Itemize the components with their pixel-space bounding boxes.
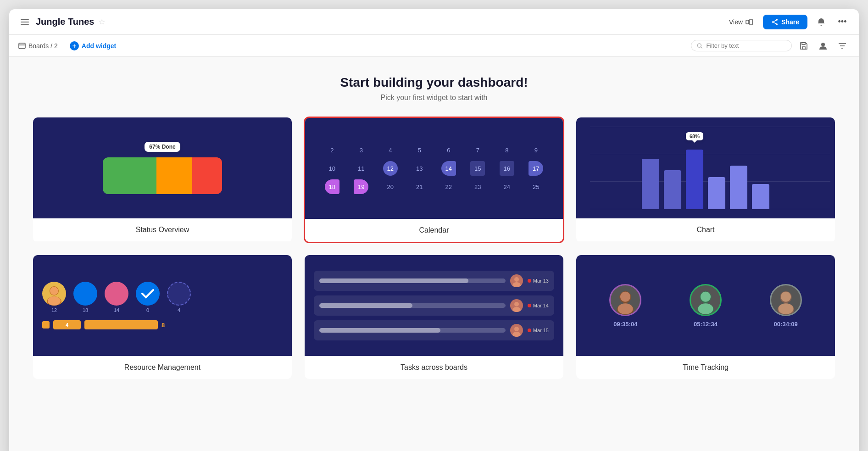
time-avatar-2: [690, 284, 722, 316]
cal-row-2: 10 11 12 13 14 15 16 17: [319, 161, 549, 176]
svg-point-16: [821, 43, 825, 46]
resource-bar-label: [42, 321, 50, 329]
task-bar-1: [319, 278, 506, 283]
svg-point-37: [698, 303, 713, 314]
calendar-inner: 2 3 4 5 6 7 8 9 10 11: [305, 134, 563, 203]
cal-cell-23: 23: [470, 179, 485, 194]
filter-icon[interactable]: [835, 39, 850, 53]
svg-rect-0: [21, 19, 29, 20]
cal-cell-20: 20: [383, 179, 398, 194]
widget-card-status-overview[interactable]: 67% Done Status Overview: [32, 117, 293, 243]
resource-avatar-2-wrap: 18: [73, 282, 97, 313]
task-date-2: Mar 14: [528, 303, 549, 308]
resource-management-preview: 12 18 14: [33, 255, 292, 356]
share-label: Share: [781, 18, 799, 26]
resource-avatar-3-count: 14: [114, 307, 119, 313]
resource-avatar-2: [73, 282, 97, 306]
svg-point-22: [50, 287, 58, 295]
chart-bar-6-wrap: [752, 145, 769, 209]
chart-bar-4: [708, 177, 725, 209]
cal-cell-6: 6: [441, 143, 456, 157]
cal-cell-10: 10: [325, 161, 339, 176]
task-date-dot-1: [528, 279, 531, 283]
cal-cell-24: 24: [500, 179, 514, 194]
chart-bar-3: [686, 150, 703, 209]
task-date-1: Mar 13: [528, 278, 549, 284]
cal-cell-8: 8: [500, 143, 514, 157]
cal-cell-13: 13: [412, 161, 427, 176]
cal-row-1: 2 3 4 5 6 7 8 9: [319, 143, 549, 157]
boards-link[interactable]: Boards / 2: [18, 42, 58, 50]
filter-input[interactable]: [707, 42, 786, 49]
time-value-3: 00:34:09: [774, 321, 798, 328]
cal-cell-12-today: 12: [383, 161, 398, 176]
task-date-dot-2: [528, 304, 531, 307]
cal-cell-25: 25: [529, 179, 543, 194]
task-row-2: Mar 14: [314, 295, 554, 316]
time-tracking-preview: 09:35:04: [576, 255, 835, 356]
svg-line-8: [774, 20, 776, 22]
chart-bar-6: [752, 184, 769, 209]
widget-card-resource-management[interactable]: 12 18 14: [32, 254, 293, 380]
cal-cell-22: 22: [441, 179, 456, 194]
task-date-dot-3: [528, 329, 531, 332]
view-label: View: [729, 18, 743, 26]
status-overview-label: Status Overview: [33, 218, 292, 241]
svg-point-5: [772, 21, 774, 23]
svg-point-24: [514, 277, 519, 282]
widget-card-tasks-across-boards[interactable]: Mar 13: [304, 254, 564, 380]
share-button[interactable]: Share: [763, 15, 807, 29]
chart-bar-5: [730, 166, 747, 209]
secondary-bar: Boards / 2 + Add widget: [9, 35, 859, 57]
view-button[interactable]: View: [725, 17, 757, 28]
page-title: Start building your dashboard!: [32, 75, 836, 90]
tasks-across-boards-preview: Mar 13: [305, 255, 563, 356]
cal-cell-7: 7: [470, 143, 485, 157]
svg-rect-10: [19, 43, 25, 49]
widget-card-calendar[interactable]: 2 3 4 5 6 7 8 9 10 11: [304, 117, 564, 243]
cal-cell-2: 2: [325, 143, 339, 157]
more-options-icon[interactable]: •••: [835, 15, 850, 29]
chart-label: Chart: [576, 218, 835, 241]
svg-rect-14: [802, 47, 805, 49]
widgets-grid: 67% Done Status Overview: [32, 117, 836, 380]
boards-label: Boards / 2: [28, 42, 58, 50]
svg-line-13: [701, 47, 702, 48]
calendar-label: Calendar: [305, 219, 563, 242]
svg-point-40: [781, 291, 791, 301]
filter-input-wrap[interactable]: [691, 40, 792, 51]
widget-card-time-tracking[interactable]: 09:35:04: [575, 254, 836, 380]
resource-avatar-4-wrap: 0: [136, 282, 160, 313]
resource-management-inner: 12 18 14: [33, 275, 292, 336]
svg-rect-1: [21, 22, 29, 22]
notifications-icon[interactable]: [814, 15, 829, 29]
task-row-1: Mar 13: [314, 271, 554, 291]
tasks-inner: Mar 13: [305, 264, 563, 347]
cal-cell-11: 11: [354, 161, 368, 176]
svg-point-26: [514, 302, 519, 306]
app-title: Jungle Tunes: [36, 17, 94, 27]
widget-card-chart[interactable]: 68% Chart: [575, 117, 836, 243]
save-filter-icon[interactable]: [796, 39, 811, 53]
time-value-1: 09:35:04: [613, 321, 637, 328]
star-icon[interactable]: ☆: [99, 17, 105, 26]
plus-circle-icon: +: [70, 41, 79, 50]
status-bar-green: [103, 157, 156, 194]
secondary-bar-right: [691, 39, 850, 53]
svg-rect-2: [21, 24, 29, 25]
svg-point-12: [697, 44, 701, 47]
cal-cell-3: 3: [354, 143, 368, 157]
chart-bar-4-wrap: [708, 145, 725, 209]
resource-avatar-4: [136, 282, 160, 306]
svg-point-6: [776, 19, 778, 21]
add-widget-button[interactable]: + Add widget: [65, 39, 121, 52]
chart-bar-1: [642, 159, 659, 209]
ellipsis-label: •••: [838, 17, 847, 27]
account-icon[interactable]: [816, 39, 830, 53]
calendar-preview: 2 3 4 5 6 7 8 9 10 11: [305, 118, 563, 219]
svg-rect-4: [750, 19, 752, 25]
sidebar-toggle-button[interactable]: [18, 16, 31, 28]
status-bar-container: [103, 157, 222, 194]
cal-cell-15-range: 15: [470, 161, 485, 176]
cal-row-3: 18 19 20 21 22 23 24 25: [319, 179, 549, 194]
